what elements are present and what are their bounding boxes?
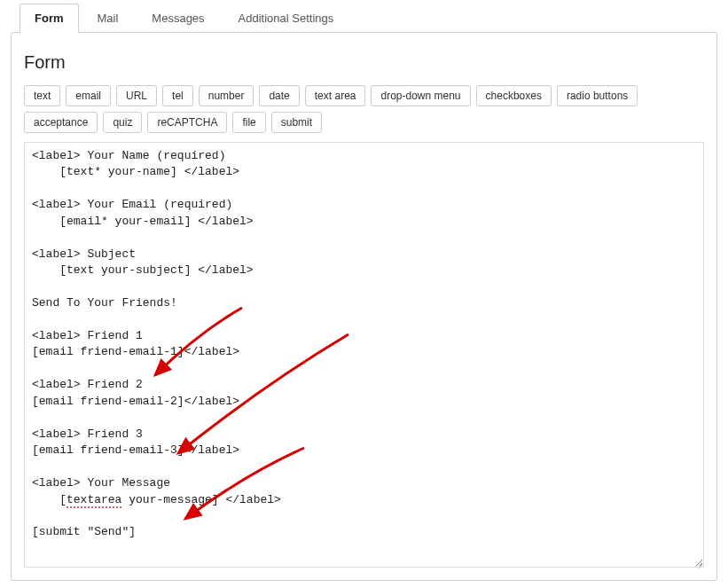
tab-additional-settings[interactable]: Additional Settings xyxy=(223,4,349,32)
tag-button-text[interactable]: text xyxy=(24,85,60,106)
tag-button-submit[interactable]: submit xyxy=(271,112,322,133)
tag-button-drop-down-menu[interactable]: drop-down menu xyxy=(371,85,470,106)
tag-button-row: textemailURLtelnumberdatetext areadrop-d… xyxy=(24,85,704,133)
tab-mail[interactable]: Mail xyxy=(82,4,134,32)
tab-messages[interactable]: Messages xyxy=(137,4,219,32)
tag-button-tel[interactable]: tel xyxy=(162,85,193,106)
tag-button-checkboxes[interactable]: checkboxes xyxy=(476,85,552,106)
tag-button-acceptance[interactable]: acceptance xyxy=(24,112,98,133)
tag-button-email[interactable]: email xyxy=(66,85,111,106)
tag-button-recaptcha[interactable]: reCAPTCHA xyxy=(147,112,227,133)
tag-button-text-area[interactable]: text area xyxy=(305,85,366,106)
tag-button-date[interactable]: date xyxy=(259,85,299,106)
tag-button-radio-buttons[interactable]: radio buttons xyxy=(557,85,638,106)
tab-form[interactable]: Form xyxy=(20,4,79,33)
tag-button-quiz[interactable]: quiz xyxy=(103,112,142,133)
tag-button-url[interactable]: URL xyxy=(116,85,157,106)
tag-button-file[interactable]: file xyxy=(232,112,265,133)
panel-heading: Form xyxy=(24,52,704,73)
form-panel: Form textemailURLtelnumberdatetext aread… xyxy=(11,32,717,581)
tag-button-number[interactable]: number xyxy=(199,85,254,106)
form-template-editor[interactable]: <label> Your Name (required) [text* your… xyxy=(24,142,704,568)
tab-bar: FormMailMessagesAdditional Settings xyxy=(20,4,717,32)
